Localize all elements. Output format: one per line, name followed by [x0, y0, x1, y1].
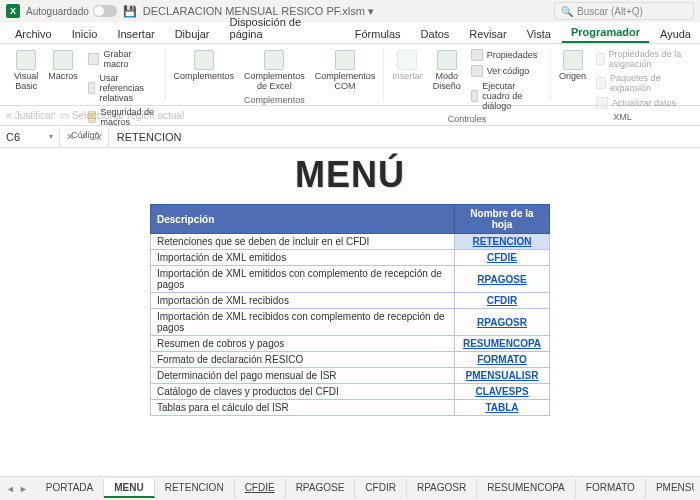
cell-desc[interactable]: Importación de XML emitidos con compleme… [151, 266, 455, 293]
cell-desc[interactable]: Formato de declaración RESICO [151, 352, 455, 368]
cell-desc[interactable]: Retenciones que se deben de incluir en e… [151, 234, 455, 250]
sheet-link[interactable]: CFDIE [455, 250, 550, 266]
ribbon-tab-revisar[interactable]: Revisar [460, 25, 515, 43]
ribbon: Visual Basic Macros Grabar macro Usar re… [0, 44, 700, 106]
ref-relativas-button[interactable]: Usar referencias relativas [86, 72, 159, 104]
complementos-button[interactable]: Complementos [172, 48, 237, 83]
complementos-excel-button[interactable]: Complementos de Excel [242, 48, 307, 93]
search-placeholder: Buscar (Alt+Q) [577, 6, 643, 17]
cell-desc[interactable]: Importación de XML recibidos con complem… [151, 309, 455, 336]
cell-desc[interactable]: Catálogo de claves y productos del CFDI [151, 384, 455, 400]
vb-icon [16, 50, 36, 70]
cell-ref: C6 [6, 131, 20, 143]
tab-nav-prev[interactable]: ◄ [6, 484, 15, 494]
sheet-tab-cfdie[interactable]: CFDIE [235, 479, 286, 498]
sheet-link[interactable]: RESUMENCOPA [455, 336, 550, 352]
table-row: Catálogo de claves y productos del CFDIC… [151, 384, 550, 400]
run-icon [471, 90, 479, 102]
table-row: Determinación del pago mensual de ISRPME… [151, 368, 550, 384]
visual-basic-button[interactable]: Visual Basic [12, 48, 40, 93]
table-row: Formato de declaración RESICOFORMATO [151, 352, 550, 368]
sheet-link[interactable]: CFDIR [455, 293, 550, 309]
group-label-xml: XML [613, 112, 632, 122]
com-addins-icon [335, 50, 355, 70]
excel-logo: X [6, 4, 20, 18]
table-row: Tablas para el cálculo del ISRTABLA [151, 400, 550, 416]
search-icon: 🔍 [561, 6, 573, 17]
props-icon [471, 49, 483, 61]
sheet-link[interactable]: FORMATO [455, 352, 550, 368]
table-row: Importación de XML emitidosCFDIE [151, 250, 550, 266]
ribbon-tab-fórmulas[interactable]: Fórmulas [346, 25, 410, 43]
cell-desc[interactable]: Tablas para el cálculo del ISR [151, 400, 455, 416]
menu-title: MENÚ [0, 154, 700, 196]
record-icon [88, 53, 100, 65]
complementos-com-button[interactable]: Complementos COM [313, 48, 378, 93]
grabar-macro-button[interactable]: Grabar macro [86, 48, 159, 70]
accept-formula-icon[interactable]: ✓ [80, 131, 88, 142]
group-label-controles: Controles [448, 114, 487, 124]
cell-desc[interactable]: Importación de XML recibidos [151, 293, 455, 309]
ribbon-tab-inicio[interactable]: Inicio [63, 25, 107, 43]
formula-text: RETENCION [117, 131, 182, 143]
name-box[interactable]: C6▾ [0, 127, 60, 147]
ribbon-tab-disposición-de-página[interactable]: Disposición de página [221, 13, 344, 43]
table-row: Importación de XML emitidos con compleme… [151, 266, 550, 293]
sheet-link[interactable]: CLAVESPS [455, 384, 550, 400]
autosave-toggle[interactable]: Autoguardado [26, 5, 117, 17]
modo-diseno-button[interactable]: Modo Diseño [431, 48, 463, 93]
ribbon-tab-dibujar[interactable]: Dibujar [166, 25, 219, 43]
save-icon[interactable]: 💾 [123, 5, 137, 18]
design-icon [437, 50, 457, 70]
justificar-button[interactable]: ≡ Justificar [6, 110, 54, 121]
propiedades-button[interactable]: Propiedades [469, 48, 544, 62]
sheet-link[interactable]: RPAGOSR [455, 309, 550, 336]
ribbon-tab-archivo[interactable]: Archivo [6, 25, 61, 43]
sheet-tab-cfdir[interactable]: CFDIR [355, 479, 407, 498]
cell-desc[interactable]: Importación de XML emitidos [151, 250, 455, 266]
ribbon-tab-vista[interactable]: Vista [518, 25, 560, 43]
formula-bar[interactable]: RETENCION [109, 131, 700, 143]
ver-codigo-button[interactable]: Ver código [469, 64, 544, 78]
ribbon-tab-ayuda[interactable]: Ayuda [651, 25, 700, 43]
sheet-link[interactable]: RETENCION [455, 234, 550, 250]
sheet-tab-bar: ◄ ► PORTADAMENURETENCIONCFDIERPAGOSECFDI… [0, 476, 700, 500]
ribbon-tab-insertar[interactable]: Insertar [108, 25, 163, 43]
source-icon [563, 50, 583, 70]
sheet-tab-rpagose[interactable]: RPAGOSE [286, 479, 356, 498]
paquetes-button[interactable]: Paquetes de expansión [594, 72, 688, 94]
sheet-tab-formato[interactable]: FORMATO [576, 479, 646, 498]
table-row: Importación de XML recibidosCFDIR [151, 293, 550, 309]
sheet-tab-menu[interactable]: MENU [104, 479, 154, 498]
insert-icon [397, 50, 417, 70]
insertar-control-button[interactable]: Insertar [390, 48, 425, 83]
chevron-down-icon[interactable]: ▾ [49, 132, 53, 141]
sheet-tab-portada[interactable]: PORTADA [36, 479, 104, 498]
sheet-link[interactable]: PMENSUALISR [455, 368, 550, 384]
macros-button[interactable]: Macros [46, 48, 80, 83]
menu-table: Descripción Nombre de la hoja Retencione… [150, 204, 550, 416]
ejecutar-dialogo-button[interactable]: Ejecutar cuadro de diálogo [469, 80, 544, 112]
sheet-link[interactable]: RPAGOSE [455, 266, 550, 293]
ribbon-tab-programador[interactable]: Programador [562, 23, 649, 43]
sel-region-button[interactable]: ▭ Seleccionar región actual [60, 110, 184, 121]
fx-icon[interactable]: fx [94, 131, 102, 142]
cancel-formula-icon[interactable]: ✕ [66, 131, 74, 142]
cell-desc[interactable]: Determinación del pago mensual de ISR [151, 368, 455, 384]
ref-icon [88, 82, 96, 94]
excel-addins-icon [264, 50, 284, 70]
table-row: Resumen de cobros y pagosRESUMENCOPA [151, 336, 550, 352]
search-input[interactable]: 🔍 Buscar (Alt+Q) [554, 2, 694, 20]
worksheet-area[interactable]: MENÚ Descripción Nombre de la hoja Reten… [0, 148, 700, 476]
sheet-tab-retencion[interactable]: RETENCION [155, 479, 235, 498]
sheet-link[interactable]: TABLA [455, 400, 550, 416]
sheet-tab-pmensualisr[interactable]: PMENSUALISR [646, 479, 694, 498]
group-label-complementos: Complementos [244, 95, 305, 105]
sheet-tab-rpagosr[interactable]: RPAGOSR [407, 479, 477, 498]
origen-button[interactable]: Origen [557, 48, 588, 83]
tab-nav-next[interactable]: ► [19, 484, 28, 494]
ribbon-tab-datos[interactable]: Datos [412, 25, 459, 43]
sheet-tab-resumencopa[interactable]: RESUMENCOPA [477, 479, 576, 498]
toggle-switch[interactable] [93, 5, 117, 17]
cell-desc[interactable]: Resumen de cobros y pagos [151, 336, 455, 352]
